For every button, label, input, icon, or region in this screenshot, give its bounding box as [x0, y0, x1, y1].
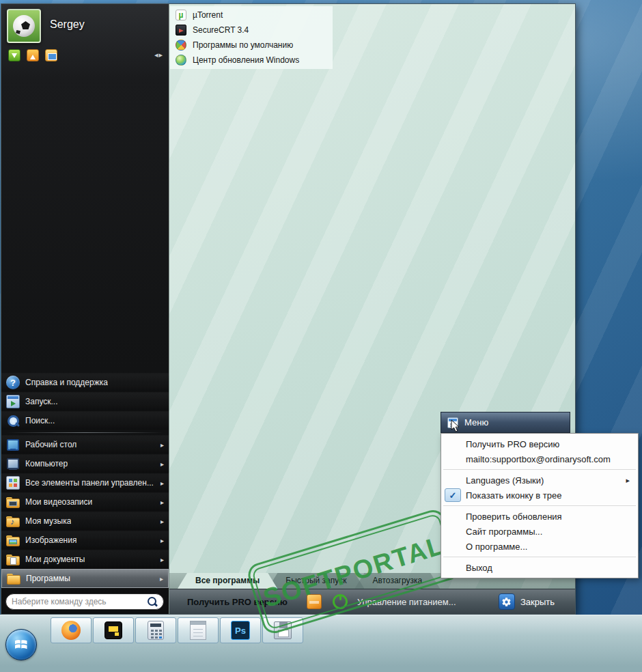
quick-icons-row [8, 49, 57, 61]
taskbar-notepad-button[interactable] [178, 617, 219, 643]
sidebar-item-label: Мои документы [25, 555, 85, 564]
taskbar-calculator-button[interactable] [135, 617, 176, 643]
start-button[interactable] [5, 629, 37, 660]
sidebar-item-label: Программы [26, 574, 70, 583]
search-input[interactable] [12, 597, 143, 606]
menu-item-languages[interactable]: Languages (Языки) [441, 473, 638, 488]
install-icon[interactable] [8, 49, 20, 61]
search-icon [6, 414, 20, 428]
flyout-item-label: Центр обновления Windows [193, 55, 299, 65]
videos-folder-icon [6, 495, 20, 509]
sidebar-item-computer[interactable]: Компьютер [1, 454, 169, 473]
start-menu-left-panel: Sergey Справка и поддержка Запуск... [1, 4, 169, 614]
default-programs-icon [176, 40, 186, 51]
menu-item-label: Получить PRO версию [466, 439, 559, 449]
help-icon [6, 376, 20, 389]
taskbar-firefox-button[interactable] [51, 617, 92, 643]
submenu-arrow-icon [160, 537, 164, 544]
tab-label: Автозагрузка [372, 576, 422, 585]
sidebar-item-help[interactable]: Справка и поддержка [1, 373, 169, 392]
power-icon[interactable] [333, 594, 348, 609]
menu-item-label: Выход [466, 563, 492, 573]
taskbar-save-button[interactable] [262, 617, 303, 643]
menu-separator [443, 469, 636, 470]
menu-item-label: mailto:supportbox@ordinarysoft.com [466, 454, 611, 464]
sidebar-item-pictures[interactable]: Изображения [1, 531, 169, 550]
sidebar-item-label: Все элементы панели управлен... [25, 478, 154, 488]
sidebar-item-label: Справка и поддержка [25, 378, 108, 387]
menu-item-exit[interactable]: Выход [441, 560, 638, 575]
sidebar-item-label: Рабочий стол [25, 440, 76, 449]
sidebar-item-programs[interactable]: Программы [1, 569, 169, 588]
computer-icon [6, 457, 20, 471]
menu-item-about[interactable]: О программе... [441, 539, 638, 554]
close-button[interactable]: Закрыть [499, 593, 555, 610]
tab-all-programs[interactable]: Все программы [178, 573, 277, 589]
sidebar-item-documents[interactable]: Мои документы [1, 550, 169, 569]
documents-folder-icon [6, 552, 20, 566]
sidebar-item-run[interactable]: Запуск... [1, 392, 169, 411]
submenu-arrow-icon [160, 479, 164, 487]
programs-flyout: µTorrent SecureCRT 3.4 Программы по умол… [170, 6, 333, 69]
quick-launch-bar: Ps [51, 617, 303, 643]
sidebar-separator [7, 432, 163, 433]
uninstall-icon[interactable] [27, 49, 39, 61]
folder-window-icon[interactable] [45, 49, 57, 61]
notepad-icon [190, 621, 206, 640]
taskbar-photoshop-button[interactable]: Ps [220, 617, 261, 643]
submenu-arrow-icon [160, 556, 164, 563]
flyout-item-label: Программы по умолчанию [193, 40, 293, 50]
sidebar-nav: Справка и поддержка Запуск... Поиск... Р… [1, 373, 169, 588]
submenu-arrow-icon [160, 575, 163, 583]
sidebar-item-label: Запуск... [25, 397, 58, 406]
user-avatar[interactable] [7, 9, 41, 43]
sidebar-item-label: Мои видеозаписи [25, 497, 92, 507]
menu-item-label: Сайт программы... [466, 527, 542, 537]
mouse-cursor [451, 419, 460, 432]
menu-header-label: Меню [464, 417, 488, 428]
menu-separator [443, 505, 636, 506]
menu-item-tray-icon[interactable]: Показать иконку в трее [441, 488, 638, 503]
menu-item-check-updates[interactable]: Проверить обновления [441, 509, 638, 524]
submenu-arrow-icon [626, 476, 630, 485]
tab-startup[interactable]: Автозагрузка [354, 573, 440, 589]
menu-item-website[interactable]: Сайт программы... [441, 524, 638, 539]
sidebar-item-desktop[interactable]: Рабочий стол [1, 435, 169, 454]
pro-box-icon[interactable] [307, 594, 322, 609]
tab-label: Все программы [195, 576, 260, 585]
flyout-item-label: µTorrent [193, 10, 223, 20]
power-management-button[interactable]: Управление питанием... [357, 597, 456, 607]
floppy-disk-icon [274, 621, 292, 639]
sidebar-item-search[interactable]: Поиск... [1, 411, 169, 430]
taskbar-app-button[interactable] [93, 617, 134, 643]
firefox-icon [61, 621, 81, 640]
command-search-box [5, 593, 164, 610]
menu-item-get-pro[interactable]: Получить PRO версию [441, 436, 638, 451]
menu-item-label: О программе... [466, 542, 527, 552]
desktop: Sergey Справка и поддержка Запуск... [0, 0, 642, 672]
menu-separator [443, 557, 636, 557]
magnifier-icon[interactable] [147, 596, 158, 607]
sidebar-item-control-panel[interactable]: Все элементы панели управлен... [1, 473, 169, 492]
context-menu: Получить PRO версию mailto:supportbox@or… [441, 433, 639, 578]
dark-app-icon [104, 621, 122, 639]
flyout-item-utorrent[interactable]: µTorrent [170, 8, 333, 23]
taskbar: Ps [0, 615, 642, 672]
collapse-arrows-icon[interactable] [154, 51, 163, 59]
sidebar-item-videos[interactable]: Мои видеозаписи [1, 492, 169, 512]
submenu-arrow-icon [160, 441, 164, 449]
menu-header-button[interactable]: Меню [441, 412, 570, 433]
flyout-item-windows-update[interactable]: Центр обновления Windows [170, 53, 333, 68]
sidebar-item-music[interactable]: Моя музыка [1, 512, 169, 531]
user-name: Sergey [50, 18, 85, 31]
gear-icon [499, 593, 515, 610]
calculator-icon [148, 621, 164, 640]
sidebar-item-label: Изображения [25, 535, 76, 545]
flyout-item-securecrt[interactable]: SecureCRT 3.4 [170, 23, 333, 38]
sidebar-item-label: Компьютер [25, 459, 68, 468]
get-pro-button[interactable]: Получить PRO версию [187, 597, 288, 607]
flyout-item-default-programs[interactable]: Программы по умолчанию [170, 38, 333, 53]
tab-quick-launch[interactable]: Быстрый запуск [268, 573, 364, 589]
windows-flag-icon [13, 636, 29, 653]
menu-item-mailto[interactable]: mailto:supportbox@ordinarysoft.com [441, 451, 638, 466]
